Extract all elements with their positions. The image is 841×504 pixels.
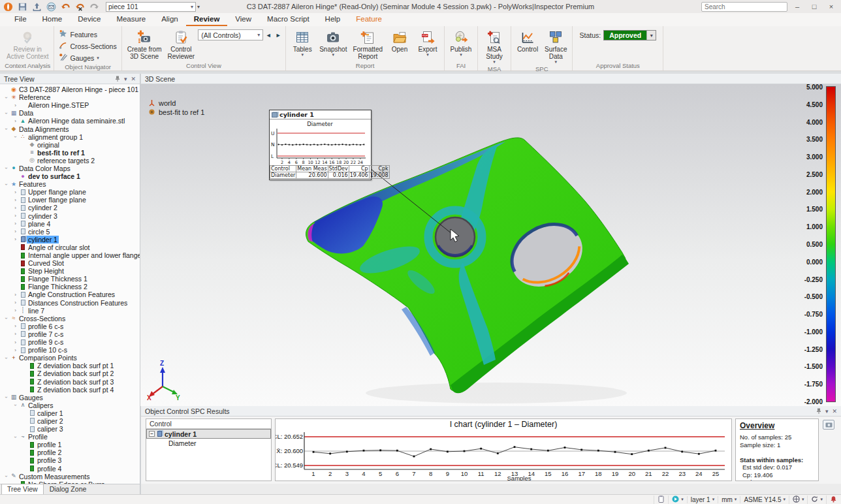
mail-icon[interactable] bbox=[46, 1, 56, 12]
tree-item-profile-7-c-s[interactable]: ›profile 7 c-s bbox=[0, 330, 140, 338]
statusbar-bell-icon[interactable] bbox=[826, 496, 837, 504]
tree-item-data-alignments[interactable]: ›◆Data Alignments bbox=[0, 125, 140, 133]
control-button[interactable]: Control bbox=[514, 28, 541, 54]
search-input[interactable] bbox=[705, 3, 791, 10]
quick-access-overflow-caret[interactable]: ▾ bbox=[197, 4, 200, 10]
undo-remove-icon[interactable] bbox=[74, 1, 85, 12]
save-icon[interactable] bbox=[17, 1, 27, 12]
menu-tab-macro-script[interactable]: Macro Script bbox=[259, 14, 317, 26]
tree-item-profile-6-c-s[interactable]: ›profile 6 c-s bbox=[0, 323, 140, 330]
tree-item-reference[interactable]: ›✳Reference bbox=[0, 93, 140, 101]
tree-item-internal-angle-upper-and-lower-flange[interactable]: Internal angle upper and lower flange bbox=[0, 251, 140, 259]
publish-button[interactable]: Publish▾ bbox=[447, 28, 475, 58]
tree-item-flange-thickness-1[interactable]: Flange Thickness 1 bbox=[0, 275, 140, 283]
menu-tab-review[interactable]: Review bbox=[186, 14, 228, 26]
scene-label-world[interactable]: world bbox=[148, 99, 204, 108]
tree-item-caliper-3[interactable]: caliper 3 bbox=[0, 425, 140, 433]
tree-item-lower-flange-plane[interactable]: ›Lower flange plane bbox=[0, 196, 140, 204]
cylinder1-annotation[interactable]: cylinder 1 DiameterUNL246810121416182022… bbox=[269, 110, 372, 180]
collapsed-arrow-icon[interactable]: › bbox=[12, 221, 19, 227]
collapsed-arrow-icon[interactable]: › bbox=[12, 228, 19, 234]
menu-tab-feature[interactable]: Feature bbox=[348, 14, 390, 26]
collapsed-arrow-icon[interactable]: › bbox=[12, 307, 19, 313]
scene-viewport[interactable]: worldbest-fit to ref 1 cylinder 1 Diamet… bbox=[140, 84, 841, 406]
expanded-arrow-icon[interactable]: › bbox=[3, 181, 9, 188]
expanded-arrow-icon[interactable]: › bbox=[3, 165, 9, 172]
snapshot-button[interactable]: Snapshot▾ bbox=[317, 28, 349, 58]
tree-item-upper-flange-plane[interactable]: ›Upper flange plane bbox=[0, 188, 140, 196]
pin-icon[interactable] bbox=[816, 408, 821, 414]
expanded-arrow-icon[interactable]: › bbox=[3, 315, 9, 322]
tree-item-comparison-points[interactable]: ›+Comparison Points bbox=[0, 354, 140, 362]
tree-item-gauges[interactable]: ›▥Gauges bbox=[0, 394, 140, 402]
tree-item-dev-to-surface-1[interactable]: ●dev to surface 1 bbox=[0, 172, 140, 180]
collapsed-arrow-icon[interactable]: › bbox=[12, 323, 19, 329]
collapsed-arrow-icon[interactable]: › bbox=[12, 118, 19, 124]
tree-item-best-fit-to-ref-1[interactable]: ≡best-fit to ref 1 bbox=[0, 149, 140, 157]
tree-item-profile-2[interactable]: profile 2 bbox=[0, 449, 140, 456]
tree-item-z-deviation-back-surf-pt-1[interactable]: Z deviation back surf pt 1 bbox=[0, 362, 140, 370]
tree-item-distances-construction-features[interactable]: ›Distances Construction Features bbox=[0, 299, 140, 307]
import-icon[interactable] bbox=[31, 1, 42, 12]
tree-item-caliper-1[interactable]: caliper 1 bbox=[0, 409, 140, 417]
tree-item-alignment-group-1[interactable]: ›∴alignment group 1 bbox=[0, 133, 140, 141]
tree-item-angle-construction-features[interactable]: ›Angle Construction Features bbox=[0, 291, 140, 298]
menu-tab-measure[interactable]: Measure bbox=[108, 14, 153, 26]
tree-item-curved-slot[interactable]: Curved Slot bbox=[0, 259, 140, 267]
export-button[interactable]: PDFExport▾ bbox=[414, 28, 441, 58]
tree-item-step-height[interactable]: Step Height bbox=[0, 267, 140, 275]
panel-menu-caret-icon[interactable]: ▾ bbox=[124, 76, 127, 82]
undo-icon[interactable] bbox=[60, 1, 71, 12]
panel-close-icon[interactable]: ✕ bbox=[832, 408, 837, 415]
open-button[interactable]: Open bbox=[386, 28, 413, 54]
search-box[interactable] bbox=[701, 2, 787, 12]
part-3d-model[interactable] bbox=[140, 84, 841, 406]
collapsed-arrow-icon[interactable]: › bbox=[12, 339, 19, 345]
control-filter-dropdown[interactable]: (All Controls)▾ bbox=[198, 29, 263, 40]
tree-item-caliper-2[interactable]: caliper 2 bbox=[0, 417, 140, 425]
collapsed-arrow-icon[interactable]: › bbox=[12, 102, 19, 108]
collapse-icon[interactable]: − bbox=[149, 431, 155, 437]
approval-status-dropdown[interactable]: Approved▾ bbox=[603, 30, 656, 40]
tree-item-c3-dat-2887-aileron-hinge-piece-101[interactable]: ◉C3 DAT-2887 Aileron Hinge - piece 101 bbox=[0, 86, 140, 93]
tree-item-cylinder-3[interactable]: ›cylinder 3 bbox=[0, 212, 140, 220]
tree-item-profile[interactable]: ›~Profile bbox=[0, 433, 140, 441]
tree-item-cylinder-1[interactable]: ›cylinder 1 bbox=[0, 236, 140, 244]
statusbar-layer-1[interactable]: layer 1▾ bbox=[687, 496, 715, 503]
collapsed-arrow-icon[interactable]: › bbox=[12, 292, 19, 298]
overview-snapshot-button[interactable] bbox=[823, 420, 834, 430]
tree-item-circle-5[interactable]: ›circle 5 bbox=[0, 228, 140, 236]
statusbar-compass-icon[interactable]: ▾ bbox=[789, 496, 804, 504]
panel-menu-caret-icon[interactable]: ▾ bbox=[825, 408, 829, 415]
menu-tab-help[interactable]: Help bbox=[317, 14, 349, 26]
tree-item-profile-10-c-s[interactable]: ›profile 10 c-s bbox=[0, 346, 140, 354]
expanded-arrow-icon[interactable]: › bbox=[12, 133, 18, 140]
statusbar-asme-y14-5[interactable]: ASME Y14.5▾ bbox=[740, 496, 785, 503]
piece-selector[interactable]: piece 101 ▾ bbox=[106, 2, 196, 12]
tree-item-line-7[interactable]: ›┆line 7 bbox=[0, 307, 140, 315]
tree-item-data-color-maps[interactable]: ›●Data Color Maps bbox=[0, 165, 140, 172]
scene-label-best-fit-to-ref-1[interactable]: best-fit to ref 1 bbox=[148, 108, 204, 117]
tree-item-profile-3[interactable]: profile 3 bbox=[0, 456, 140, 464]
tree-item-aileron-hinge-data-seminaire-stl[interactable]: ›▲Aileron Hinge data seminaire.stl bbox=[0, 117, 140, 125]
expanded-arrow-icon[interactable]: › bbox=[12, 433, 18, 441]
tree-item-aileron-hinge-step[interactable]: ›Aileron Hinge.STEP bbox=[0, 101, 140, 109]
menu-tab-align[interactable]: Align bbox=[153, 14, 186, 26]
formatted-report-button[interactable]: FormattedReport bbox=[350, 28, 385, 61]
collapsed-arrow-icon[interactable]: › bbox=[12, 347, 19, 353]
collapsed-arrow-icon[interactable]: › bbox=[12, 331, 19, 337]
tree-item-original[interactable]: ◆original bbox=[0, 141, 140, 149]
expanded-arrow-icon[interactable]: › bbox=[12, 402, 18, 409]
expanded-arrow-icon[interactable]: › bbox=[3, 110, 9, 117]
msa-study-button[interactable]: MSAStudy▾ bbox=[481, 28, 508, 65]
redo-icon[interactable] bbox=[89, 1, 99, 12]
menu-tab-view[interactable]: View bbox=[227, 14, 259, 26]
tree-item-z-deviation-back-surf-pt-4[interactable]: Z deviation back surf pt 4 bbox=[0, 386, 140, 394]
spc-control-cylinder1[interactable]: − cylinder 1 bbox=[146, 429, 271, 439]
tree-item-angle-of-circular-slot[interactable]: Angle of circular slot bbox=[0, 244, 140, 251]
tree-item-profile-9-c-s[interactable]: ›profile 9 c-s bbox=[0, 338, 140, 346]
expanded-arrow-icon[interactable]: › bbox=[3, 394, 9, 401]
statusbar-clipboard-icon[interactable] bbox=[654, 496, 665, 504]
tree-item-profile-4[interactable]: profile 4 bbox=[0, 465, 140, 473]
collapsed-arrow-icon[interactable]: › bbox=[12, 189, 19, 195]
